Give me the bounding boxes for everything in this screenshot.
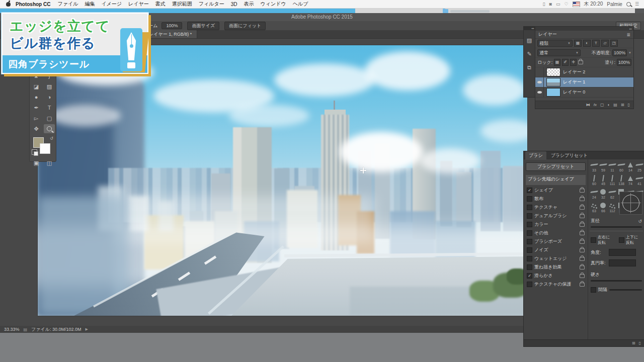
- pen-tool[interactable]: ✒: [31, 103, 42, 112]
- layer-name[interactable]: レイヤー 0: [563, 89, 585, 96]
- lock-paint-icon[interactable]: ✐: [562, 59, 569, 66]
- lock-icon[interactable]: [580, 283, 585, 287]
- brush-tip-shape-item[interactable]: ブラシ先端のシェイプ: [526, 175, 586, 185]
- checkbox-icon[interactable]: [527, 247, 532, 253]
- shield-icon[interactable]: ◙: [549, 2, 552, 7]
- heart-icon[interactable]: ♡: [564, 2, 568, 7]
- checkbox-icon[interactable]: [527, 239, 532, 244]
- brush-option-shape[interactable]: ✓シェイプ: [526, 186, 586, 195]
- clone-source-panel-icon[interactable]: ⧉: [524, 64, 535, 71]
- link-layers-icon[interactable]: ⧓: [586, 103, 590, 107]
- layer-name[interactable]: レイヤー 1: [563, 79, 585, 85]
- blur-tool[interactable]: ●: [31, 93, 42, 102]
- lock-icon[interactable]: [580, 206, 585, 210]
- checkbox-icon[interactable]: [591, 237, 596, 243]
- lock-transparent-icon[interactable]: ▦: [554, 59, 560, 66]
- layer-thumbnail[interactable]: [546, 88, 560, 97]
- menu-help[interactable]: ヘルプ: [293, 1, 308, 8]
- shape-filter-icon[interactable]: ▱: [601, 40, 609, 47]
- spotlight-search-icon[interactable]: [626, 2, 631, 7]
- brush-preset[interactable]: 11: [608, 161, 617, 175]
- brush-preset[interactable]: 45: [599, 175, 608, 189]
- menu-select[interactable]: 選択範囲: [172, 1, 192, 8]
- fill-value[interactable]: 100%: [617, 59, 631, 66]
- brush-preset[interactable]: 25: [635, 161, 644, 175]
- hand-tool[interactable]: ✥: [31, 124, 42, 133]
- checkbox-icon[interactable]: [591, 287, 596, 293]
- brush-option-texture[interactable]: テクスチャ: [526, 203, 586, 212]
- angle-input[interactable]: [609, 249, 636, 256]
- dodge-tool[interactable]: ◑: [44, 93, 55, 102]
- gradient-tool[interactable]: ▨: [44, 82, 55, 91]
- pixel-filter-icon[interactable]: ▦: [574, 40, 582, 47]
- canvas[interactable]: [38, 45, 527, 316]
- brush-option-protect-texture[interactable]: テクスチャの保護: [526, 280, 586, 289]
- type-filter-icon[interactable]: T: [592, 40, 600, 47]
- reset-icon[interactable]: ↺: [638, 219, 642, 224]
- checkbox-icon[interactable]: [527, 213, 532, 219]
- brush-preset[interactable]: 60: [617, 161, 626, 175]
- flip-x-option[interactable]: 左右に反転: [591, 234, 614, 245]
- lock-icon[interactable]: [580, 231, 585, 235]
- layer-thumbnail[interactable]: [546, 68, 560, 76]
- brush-option-buildup[interactable]: 重ね描き効果: [526, 263, 586, 272]
- brush-preset[interactable]: 24: [590, 189, 599, 202]
- new-brush-icon[interactable]: ⊞: [632, 341, 635, 345]
- brush-preset[interactable]: 63: [590, 202, 599, 216]
- swap-colors-icon[interactable]: ↺: [50, 136, 53, 141]
- adjustment-filter-icon[interactable]: ◐: [583, 40, 591, 47]
- battery-icon[interactable]: ▯: [543, 2, 545, 7]
- brush-option-pose[interactable]: ブラシポーズ: [526, 237, 586, 246]
- hardness-slider[interactable]: [591, 280, 642, 282]
- diameter-slider[interactable]: [591, 226, 642, 228]
- visibility-toggle[interactable]: [535, 87, 544, 97]
- swatches-panel-icon[interactable]: ▨: [524, 37, 535, 44]
- blend-mode-dropdown[interactable]: 通常 ▼: [537, 49, 581, 56]
- checkbox-icon[interactable]: [527, 205, 532, 210]
- layers-panel-tab[interactable]: レイヤー: [538, 31, 557, 38]
- spacing-slider[interactable]: [609, 289, 642, 291]
- menu-filter[interactable]: フィルター: [199, 1, 224, 8]
- visibility-toggle[interactable]: [535, 77, 544, 87]
- quick-mask-button[interactable]: ▣: [31, 158, 42, 167]
- lock-icon[interactable]: [580, 274, 585, 278]
- input-language-flag-icon[interactable]: [573, 2, 580, 7]
- checkbox-icon[interactable]: [527, 222, 532, 227]
- menu-image[interactable]: イメージ: [101, 1, 122, 8]
- roundness-input[interactable]: [609, 259, 636, 266]
- brush-option-transfer[interactable]: その他: [526, 229, 586, 237]
- layer-thumbnail[interactable]: [546, 78, 560, 86]
- screen-mode-button[interactable]: ◫: [44, 158, 55, 167]
- eraser-tool[interactable]: ◪: [31, 82, 42, 91]
- display-icon[interactable]: ▭: [556, 2, 560, 7]
- delete-brush-icon[interactable]: ▯: [639, 341, 641, 345]
- brush-preset[interactable]: 66: [599, 202, 608, 216]
- lock-icon[interactable]: [580, 197, 585, 201]
- opacity-value[interactable]: 100%: [612, 49, 627, 56]
- lock-icon[interactable]: [580, 223, 585, 227]
- brush-preset[interactable]: 111: [608, 175, 617, 189]
- lock-icon[interactable]: [580, 240, 585, 244]
- brush-option-scatter[interactable]: 散布: [526, 195, 586, 203]
- type-tool[interactable]: T: [44, 103, 55, 112]
- new-layer-icon[interactable]: ⊞: [621, 103, 624, 107]
- delete-layer-icon[interactable]: ▯: [628, 103, 630, 107]
- lock-icon[interactable]: [580, 189, 585, 193]
- checkbox-icon[interactable]: ✓: [527, 273, 532, 279]
- fill-screen-button[interactable]: 画面にフィット: [224, 22, 266, 30]
- layer-row[interactable]: レイヤー 1: [535, 77, 633, 87]
- layer-style-icon[interactable]: fx: [594, 103, 597, 107]
- brush-option-dual-brush[interactable]: デュアルブラシ: [526, 212, 586, 220]
- brush-presets-panel-icon[interactable]: ✎: [524, 51, 535, 57]
- lock-icon[interactable]: [580, 214, 585, 218]
- angle-roundness-control[interactable]: [619, 192, 642, 215]
- dock-collapse-icon[interactable]: ◂◂: [524, 27, 535, 30]
- flip-y-option[interactable]: 上下に反転: [619, 234, 642, 245]
- brush-presets-button[interactable]: ブラシプリセット: [526, 162, 586, 171]
- adjustment-layer-icon[interactable]: ◐: [607, 103, 610, 107]
- brush-preset[interactable]: 112: [608, 202, 617, 216]
- brush-preset[interactable]: 41: [635, 175, 644, 189]
- lock-icon[interactable]: [580, 265, 585, 269]
- zoom-level[interactable]: 33.33%: [4, 327, 20, 332]
- panel-menu-icon[interactable]: ≣: [626, 32, 630, 37]
